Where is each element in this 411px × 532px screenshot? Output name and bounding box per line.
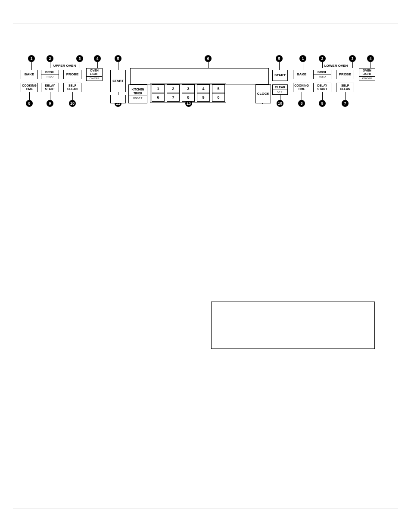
numpad-2[interactable]: 2 (167, 84, 180, 93)
badge-2-upper: 2 (47, 55, 53, 62)
badge-9-upper: 8 (26, 100, 33, 107)
numpad-8[interactable]: 8 (182, 93, 195, 102)
badge-8-upper: 9 (47, 100, 53, 107)
numpad-bracket-right (226, 84, 226, 103)
connector-8b (322, 92, 323, 100)
numpad-3[interactable]: 3 (182, 84, 195, 93)
lower-cooking-time-button[interactable]: COOKING TIME (293, 83, 310, 92)
badge-7-upper: 10 (69, 100, 76, 107)
lower-oven-light-button[interactable]: OVEN LIGHT ON/OFF (359, 68, 375, 81)
numpad-bracket-left (150, 84, 150, 103)
connector-4-upper (97, 62, 98, 68)
connector-4b (371, 62, 371, 68)
display-box (130, 68, 269, 84)
badge-10-right: 10 (277, 100, 283, 107)
lower-bake-button[interactable]: BAKE (293, 70, 310, 79)
connector-9b (302, 92, 302, 100)
numpad-4[interactable]: 4 (197, 84, 210, 93)
badge-5-lower-ctrl: 5 (276, 55, 283, 62)
badge-4-lower: 4 (367, 55, 374, 62)
upper-clear-off-button[interactable] (110, 95, 126, 103)
badge-2-lower: 2 (319, 55, 326, 62)
lower-delay-start-button[interactable]: DELAY START (313, 83, 331, 92)
badge-1-upper: 1 (28, 55, 35, 62)
connector-3b (352, 62, 353, 68)
kitchen-timer-button[interactable]: KITCHEN TIMER ON/OFF (128, 84, 147, 103)
lower-self-clean-button[interactable]: SELF CLEAN (336, 83, 354, 92)
badge-1-lower: 1 (299, 55, 306, 62)
upper-bake-button[interactable]: BAKE (21, 70, 38, 79)
connector-9-upper (29, 92, 30, 100)
lower-oven-label: LOWER OVEN (310, 64, 362, 68)
top-rule (13, 24, 398, 24)
right-start-button[interactable]: START (272, 70, 288, 81)
connector-5a (118, 62, 118, 70)
numpad-bracket-top (150, 84, 226, 84)
upper-oven-light-button[interactable]: OVEN LIGHT ON/OFF (86, 68, 103, 81)
upper-start-button[interactable]: START (110, 70, 126, 92)
numpad-bracket-bottom (150, 103, 226, 103)
connector-1b (303, 62, 303, 70)
badge-9-lower: 8 (298, 100, 305, 107)
badge-3-upper: 3 (76, 55, 83, 62)
upper-self-clean-button[interactable]: SELF CLEAN (63, 83, 81, 92)
badge-4-upper: 4 (94, 55, 101, 62)
numpad-6[interactable]: 6 (152, 93, 165, 102)
lower-broil-button[interactable]: BROIL HI/LO (313, 70, 331, 79)
badge-7-lower: 7 (342, 100, 349, 107)
connector-7-upper (72, 92, 73, 100)
upper-cooking-time-button[interactable]: COOKING TIME (21, 83, 38, 92)
connector-7b (345, 92, 346, 100)
lower-probe-button[interactable]: PROBE (336, 70, 354, 79)
connector-8-upper (50, 92, 50, 100)
connector-5b (279, 62, 280, 70)
connector-3-upper (80, 62, 80, 68)
bottom-rule (13, 508, 398, 508)
info-box (211, 302, 375, 349)
numpad-1[interactable]: 1 (152, 84, 165, 93)
connector-1-upper (31, 62, 32, 70)
numpad-7[interactable]: 7 (167, 93, 180, 102)
badge-3-lower: 3 (349, 55, 356, 62)
badge-8-lower: 9 (319, 100, 326, 107)
upper-broil-button[interactable]: BROIL HI/LO (41, 70, 59, 79)
upper-probe-button[interactable]: PROBE (63, 70, 81, 79)
badge-5-upper: 5 (115, 55, 121, 62)
badge-6: 6 (205, 55, 212, 62)
upper-oven-label: UPPER OVEN (39, 64, 90, 68)
clock-button[interactable]: CLOCK (255, 84, 271, 103)
connector-6 (208, 62, 209, 68)
upper-delay-start-button[interactable]: DELAY START (41, 83, 59, 92)
connector-2-upper (50, 62, 50, 68)
numpad-0[interactable]: 0 (212, 93, 225, 102)
numpad-5[interactable]: 5 (212, 84, 225, 93)
numpad-9[interactable]: 9 (197, 93, 210, 102)
right-clear-off-button[interactable]: CLEAR OFF (272, 84, 288, 95)
connector-2b (322, 62, 323, 68)
